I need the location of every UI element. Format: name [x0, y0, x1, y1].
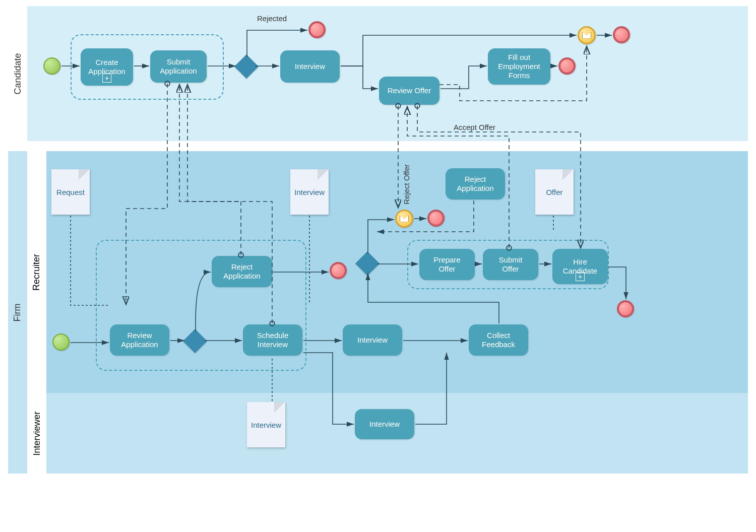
task-reject-application-firm: Reject Application	[446, 168, 505, 200]
subprocess-marker-icon	[102, 74, 111, 83]
data-object-request: Request	[51, 169, 90, 215]
task-hire-candidate: Hire Candidate	[552, 249, 608, 284]
pool-label: Candidate	[13, 53, 23, 94]
message-event-candidate	[578, 26, 596, 44]
end-event-forms	[558, 57, 576, 75]
pool-header-firm: Firm	[8, 151, 27, 474]
start-event-recruiter	[52, 334, 70, 351]
pool-label: Firm	[12, 303, 23, 321]
task-submit-application: Submit Application	[150, 50, 207, 83]
task-prepare-offer: Prepare Offer	[419, 249, 475, 280]
task-collect-feedback: Collect Feedback	[469, 324, 528, 356]
subprocess-marker-icon	[576, 272, 585, 281]
data-object-offer: Offer	[535, 169, 574, 215]
label-rejected: Rejected	[257, 14, 287, 23]
diagram-canvas: Candidate Firm Recruiter Interviewer Cre…	[0, 0, 756, 532]
data-object-interview-top: Interview	[290, 169, 329, 215]
task-schedule-interview: Schedule Interview	[243, 324, 302, 356]
start-event-candidate	[43, 57, 60, 75]
task-interview-interviewer: Interview	[355, 409, 414, 439]
lane-header-interviewer: Interviewer	[27, 393, 46, 474]
task-create-application: Create Application	[81, 48, 133, 86]
end-event-rejected	[308, 21, 326, 38]
lane-label: Recruiter	[32, 253, 42, 290]
end-event-msg-candidate	[613, 26, 630, 43]
task-interview-recruiter: Interview	[343, 324, 402, 356]
task-submit-offer: Submit Offer	[483, 249, 538, 280]
end-event-hire	[617, 300, 634, 317]
label-reject-offer: Reject Offer	[402, 164, 411, 206]
message-event-reject-offer	[395, 210, 413, 228]
end-event-reject-offer	[427, 210, 445, 227]
label-accept-offer: Accept Offer	[454, 123, 495, 131]
task-review-application: Review Application	[110, 324, 169, 356]
pool-header-candidate: Candidate	[8, 6, 27, 141]
data-object-interview-bottom: Interview	[247, 402, 285, 447]
task-interview-candidate: Interview	[280, 50, 340, 83]
task-fill-forms: Fill out Employment Forms	[488, 48, 550, 85]
task-reject-application-recruiter: Reject Application	[212, 256, 272, 287]
task-review-offer: Review Offer	[379, 77, 439, 105]
end-event-reject-recruiter	[330, 262, 347, 279]
lane-header-recruiter: Recruiter	[27, 151, 46, 393]
lane-label: Interviewer	[32, 411, 42, 455]
